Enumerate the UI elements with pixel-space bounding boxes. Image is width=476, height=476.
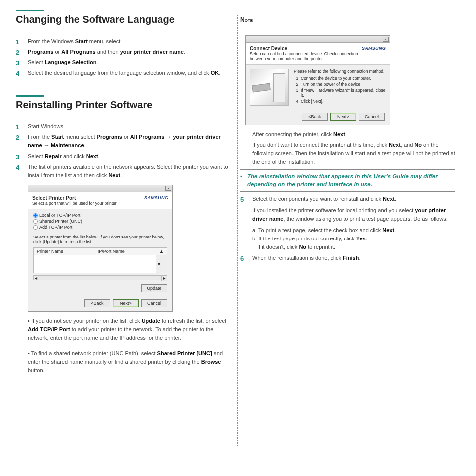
bold: Maintenance: [51, 142, 84, 148]
cancel-button[interactable]: Cancel: [359, 113, 385, 121]
text: .: [184, 49, 185, 55]
text: If you don't want to connect the printer…: [252, 142, 389, 148]
col-ip-port: IP/Port Name: [95, 248, 156, 255]
reinstall-steps: Start Windows. From the Start menu selec…: [16, 122, 231, 179]
bold: No: [299, 244, 306, 250]
step-2: From the Start menu select Programs or A…: [16, 133, 231, 150]
radio-shared[interactable]: Shared Printer (UNC): [33, 219, 167, 224]
h-scrollbar[interactable]: ◄►: [33, 275, 167, 281]
right-column: Note × Connect Device Setup can not find…: [236, 10, 460, 377]
radio-input[interactable]: [33, 213, 38, 218]
cancel-button[interactable]: Cancel: [141, 299, 167, 307]
step-1: Start Windows.: [16, 122, 231, 131]
text: .: [395, 196, 396, 202]
text: .: [219, 70, 220, 76]
bold: Update: [142, 318, 160, 324]
bold: Next: [382, 227, 394, 233]
text: or: [122, 134, 130, 140]
bold: your printer driver name: [120, 49, 184, 55]
bold: No: [414, 142, 422, 148]
text: From the Windows: [28, 38, 75, 44]
bold: Next: [333, 131, 345, 137]
radio-label: Shared Printer (UNC): [39, 219, 82, 224]
bold: Next: [86, 153, 98, 159]
text: .: [345, 131, 347, 137]
dialog-titlebar: ×: [28, 185, 172, 192]
step-5: Select the components you want to reinst…: [240, 195, 455, 251]
text: b. If the test page prints out correctly…: [252, 236, 356, 241]
bold: Yes: [356, 236, 366, 241]
text: After connecting the printer, click: [252, 131, 333, 137]
mini-step: Connect the device to your computer.: [301, 76, 386, 81]
connect-device-dialog: × Connect Device Setup can not find a co…: [245, 35, 390, 125]
arrow-icon: →: [42, 142, 51, 148]
mini-step: Click [Next].: [301, 99, 386, 104]
text: to reprint it.: [306, 244, 335, 250]
text: .: [120, 172, 122, 178]
dialog-titlebar: ×: [246, 36, 390, 43]
brand-logo: SAMSUNG: [362, 46, 386, 51]
text: and click: [62, 153, 86, 159]
text: Select: [28, 59, 45, 65]
radio-label: Add TCP/IP Port.: [39, 225, 74, 230]
bold: Language Selection: [45, 59, 97, 65]
text: When the reinstallation is done, click: [252, 255, 343, 261]
radio-input[interactable]: [33, 225, 38, 230]
next-button[interactable]: Next>: [330, 113, 356, 121]
note-heading: Note: [240, 16, 455, 23]
bold: Start: [51, 134, 64, 140]
callout-rule-bottom: [240, 191, 455, 192]
dialog-title: Select Printer Port: [32, 195, 118, 201]
update-button[interactable]: Update: [141, 284, 167, 292]
close-icon[interactable]: ×: [383, 37, 389, 42]
bold: Repair: [45, 153, 62, 159]
text: and then: [96, 49, 120, 55]
section-accent: [16, 10, 44, 11]
hint-shared: • To find a shared network printer (UNC …: [16, 349, 231, 375]
next-button[interactable]: Next>: [113, 299, 139, 307]
step-3: Select Language Selection.: [16, 58, 231, 67]
left-column: Changing the Software Language From the …: [11, 10, 236, 377]
step-4: The list of printers available on the ne…: [16, 163, 231, 180]
bold: Finish: [343, 255, 359, 261]
back-button[interactable]: <Back: [84, 299, 110, 307]
bold: All Programs: [61, 49, 95, 55]
text: .: [394, 227, 396, 233]
text: , and: [401, 142, 415, 148]
text: or: [53, 49, 61, 55]
select-port-dialog: × Select Printer Port Select a port that…: [28, 185, 173, 312]
text: Select the components you want to reinst…: [252, 196, 383, 202]
language-steps: From the Windows Start menu, select Prog…: [16, 37, 231, 77]
connect-steps: Connect the device to your computer. Tur…: [294, 76, 386, 104]
mini-step: If "New Hardware Wizard" is appeared, cl…: [301, 88, 386, 98]
after-connect-2: If you don't want to connect the printer…: [240, 141, 455, 166]
dialog-lead: Please refer to the following connection…: [294, 69, 386, 74]
note-rule-top: [240, 11, 455, 11]
radio-add-tcp[interactable]: Add TCP/IP Port.: [33, 225, 167, 230]
bold: OK: [211, 70, 219, 76]
bold: Next: [389, 142, 401, 148]
arrow-icon: →: [164, 134, 173, 140]
close-icon[interactable]: ×: [165, 186, 171, 191]
heading-reinstalling: Reinstalling Printer Software: [16, 99, 231, 112]
connect-diagram-icon: [250, 69, 289, 106]
mini-step: Turn on the power of the device.: [301, 82, 386, 87]
step-3: Select Repair and click Next.: [16, 152, 231, 161]
text: menu, select: [88, 38, 120, 44]
text: to refresh the list, or select: [160, 318, 226, 324]
text: menu select: [64, 134, 96, 140]
dialog-title: Connect Device: [250, 46, 362, 51]
text: .: [97, 59, 98, 65]
back-button[interactable]: <Back: [302, 113, 328, 121]
printer-list-table[interactable]: Printer NameIP/Port Name▲ ▼: [33, 247, 167, 273]
bold: Start: [75, 38, 88, 44]
bold: Add TCP/IP Port: [28, 326, 70, 332]
dialog-instruction: Select a printer from the list below. If…: [28, 233, 172, 246]
radio-input[interactable]: [33, 219, 38, 224]
text: The list of printers available on the ne…: [28, 164, 228, 178]
step-6: When the reinstallation is done, click F…: [240, 254, 455, 262]
text: • To find a shared network printer (UNC …: [28, 350, 157, 356]
reinstall-steps-cont: Select the components you want to reinst…: [240, 195, 455, 262]
dialog-subtitle: Select a port that will be used for your…: [32, 201, 118, 206]
radio-local[interactable]: Local or TCP/IP Port: [33, 213, 167, 218]
